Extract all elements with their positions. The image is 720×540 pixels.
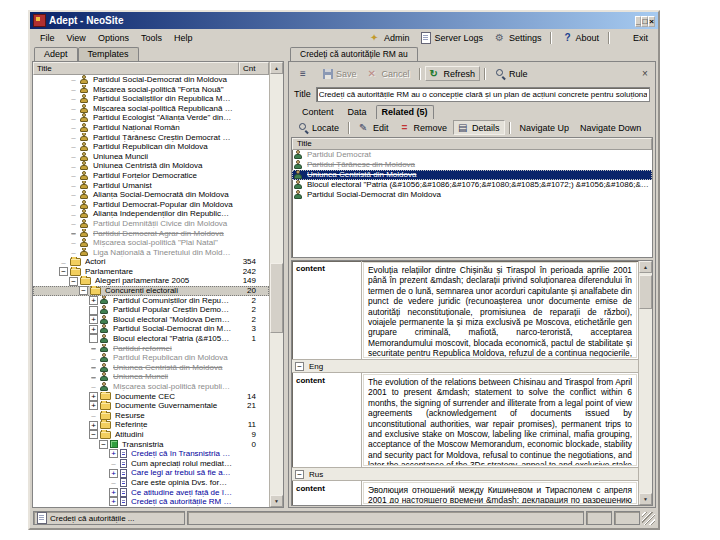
- menu-item[interactable]: Options: [92, 32, 135, 44]
- tree-row[interactable]: Parlamentare 242: [33, 267, 269, 277]
- tree-row[interactable]: Partidul Umanist: [33, 181, 269, 191]
- tree-expander-icon[interactable]: [109, 469, 118, 478]
- content-scroll-thumb[interactable]: [639, 275, 652, 309]
- tree-expander-icon[interactable]: [89, 373, 98, 382]
- tree-row[interactable]: Credeți că autoritățile RM au o concepți…: [33, 497, 269, 507]
- about-button[interactable]: About: [555, 30, 605, 45]
- rule-button[interactable]: Rule: [490, 66, 533, 81]
- tree-row[interactable]: Ce atitudine aveți față de îmbunătățirea…: [33, 488, 269, 498]
- tree-expander-icon[interactable]: [89, 363, 98, 372]
- cancel-button[interactable]: Cancel: [363, 66, 415, 81]
- tree-expander-icon[interactable]: [69, 162, 78, 171]
- tree-expander-icon[interactable]: [89, 315, 98, 324]
- tree-expander-icon[interactable]: [69, 104, 78, 113]
- tree-row[interactable]: Partidul Social-Democrat din Moldova: [33, 75, 269, 85]
- related-list-item[interactable]: Partidul Țărănesc din Moldova: [292, 160, 652, 170]
- tree-expander-icon[interactable]: [109, 449, 118, 458]
- tree-row[interactable]: Liga Națională a Tineretului din Moldova: [33, 248, 269, 258]
- menu-item[interactable]: File: [34, 32, 61, 44]
- tree-row[interactable]: Partidul Țărănesc Creștin Democrat din M…: [33, 133, 269, 143]
- content-text-rus[interactable]: Эволюция отношений между Кишиневом и Тир…: [363, 482, 637, 504]
- scroll-down-icon[interactable]: ▼: [270, 495, 283, 507]
- tree[interactable]: Partidul Social-Democrat din Moldova Miș…: [33, 75, 269, 507]
- tab-templates[interactable]: Templates: [78, 47, 139, 61]
- tree-row[interactable]: Mișcarea social-politică Republicană "Ra…: [33, 104, 269, 114]
- tree-row[interactable]: Credeți că în Transnistria 35% din popul…: [33, 449, 269, 459]
- tree-row[interactable]: Partidul Republican din Moldova: [33, 353, 269, 363]
- tree-row[interactable]: Blocul electoral "Moldova Democrată" 2: [33, 315, 269, 325]
- tree-row[interactable]: Documente CEC 14: [33, 392, 269, 402]
- tree-expander-icon[interactable]: [69, 248, 78, 257]
- navigate-down-button[interactable]: Navigate Down: [575, 121, 646, 135]
- tree-row[interactable]: Partidul Comuniștilor din Republica Mold…: [33, 296, 269, 306]
- tree-expander-icon[interactable]: [89, 344, 98, 353]
- scroll-up-icon[interactable]: ▲: [639, 261, 652, 273]
- tree-row[interactable]: Partidul Socialiștilor din Republica Mol…: [33, 94, 269, 104]
- tree-row[interactable]: Partidul Popular Creștin Democrat 2: [33, 305, 269, 315]
- tree-expander-icon[interactable]: [59, 267, 68, 276]
- tree-expander-icon[interactable]: [89, 325, 98, 334]
- doc-misc-button[interactable]: [293, 66, 317, 81]
- document-tab[interactable]: Credeți că autoritățile RM au: [290, 47, 418, 61]
- tree-row[interactable]: Uniunea Muncii: [33, 372, 269, 382]
- column-header-title[interactable]: Title: [33, 62, 239, 75]
- tree-row[interactable]: Care este opinia Dvs. formula definitiv.…: [33, 478, 269, 488]
- exit-button[interactable]: Exit: [613, 30, 654, 45]
- section-header-rus[interactable]: Rus: [292, 468, 638, 481]
- tree-row[interactable]: Partidul reformei: [33, 344, 269, 354]
- tree-row[interactable]: Transnistria 0: [33, 440, 269, 450]
- tree-expander-icon[interactable]: [69, 123, 78, 132]
- tree-row[interactable]: Partidul Demnității Civice din Moldova: [33, 219, 269, 229]
- tree-expander-icon[interactable]: [89, 430, 98, 439]
- tree-expander-icon[interactable]: [69, 94, 78, 103]
- toolbar-close-icon[interactable]: [639, 68, 651, 79]
- tab-data[interactable]: Data: [343, 106, 372, 119]
- tree-row[interactable]: Alianța Independenților din Republica Mo…: [33, 209, 269, 219]
- tree-row[interactable]: Cum apreciați rolul mediator al Federați…: [33, 459, 269, 469]
- tree-expander-icon[interactable]: [69, 142, 78, 151]
- save-button[interactable]: Save: [318, 67, 362, 81]
- close-button[interactable]: ×: [648, 16, 655, 27]
- related-list-header[interactable]: Title: [292, 138, 652, 150]
- tree-expander-icon[interactable]: [69, 181, 78, 190]
- admin-button[interactable]: Admin: [364, 30, 416, 45]
- remove-button[interactable]: Remove: [395, 120, 453, 135]
- tree-expander-icon[interactable]: [69, 277, 78, 286]
- tree-expander-icon[interactable]: [89, 401, 98, 410]
- locate-button[interactable]: Locate: [293, 120, 344, 135]
- scroll-down-icon[interactable]: ▼: [639, 493, 652, 505]
- tree-expander-icon[interactable]: [59, 258, 68, 267]
- related-list-item[interactable]: Partidul Social-Democrat din Moldova: [292, 190, 652, 200]
- settings-button[interactable]: Settings: [489, 30, 548, 45]
- tree-row[interactable]: Uniunea Muncii: [33, 152, 269, 162]
- section-header-eng[interactable]: Eng: [292, 360, 638, 373]
- tree-row[interactable]: Care legi ar trebui să fie adoptate pent…: [33, 468, 269, 478]
- tree-expander-icon[interactable]: [69, 190, 78, 199]
- tree-row[interactable]: Partidul Democrat Agrar din Moldova: [33, 229, 269, 239]
- tree-expander-icon[interactable]: [89, 306, 98, 315]
- tab-related[interactable]: Related (5): [376, 105, 434, 119]
- tree-row[interactable]: Uniunea Centristă din Moldova: [33, 363, 269, 373]
- tree-row[interactable]: Partidul Social-Democrat din Moldova 3: [33, 324, 269, 334]
- tree-expander-icon[interactable]: [109, 488, 118, 497]
- tree-expander-icon[interactable]: [69, 238, 78, 247]
- related-list-item[interactable]: Partidul Democrat: [292, 150, 652, 160]
- tree-expander-icon[interactable]: [69, 152, 78, 161]
- tree-row[interactable]: Referințe 11: [33, 420, 269, 430]
- tree-expander-icon[interactable]: [109, 497, 118, 506]
- title-input[interactable]: [316, 87, 650, 102]
- tree-expander-icon[interactable]: [109, 478, 118, 487]
- content-text-eng[interactable]: The evolution of the relations between C…: [363, 374, 637, 466]
- tree-expander-icon[interactable]: [69, 85, 78, 94]
- tree-scroll-track[interactable]: [270, 74, 283, 495]
- tree-row[interactable]: Documente Guvernamentale 21: [33, 401, 269, 411]
- tree-row[interactable]: Concurenți electorali 20: [33, 286, 269, 296]
- tree-expander-icon[interactable]: [109, 459, 118, 468]
- content-text-rom[interactable]: Evoluția relațiilor dintre Chișinău și T…: [363, 262, 637, 358]
- menu-item[interactable]: View: [61, 32, 92, 44]
- tree-row[interactable]: Alianța Social-Democrată din Moldova: [33, 190, 269, 200]
- tree-expander-icon[interactable]: [69, 219, 78, 228]
- server-logs-button[interactable]: Server Logs: [415, 30, 489, 46]
- tree-expander-icon[interactable]: [69, 75, 78, 84]
- tree-row[interactable]: Actori 354: [33, 257, 269, 267]
